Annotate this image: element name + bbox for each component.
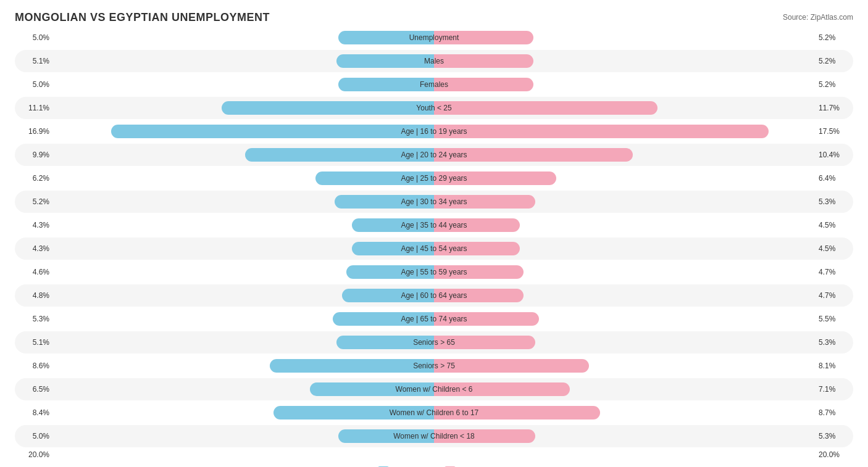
left-value: 4.3% (15, 244, 52, 253)
bar-egyptian (434, 78, 533, 91)
chart-row: 9.9%Age | 20 to 24 years10.4% (15, 144, 853, 166)
bars-center: Age | 30 to 34 years (52, 191, 816, 213)
bars-center: Age | 16 to 19 years (52, 120, 816, 143)
right-value: 5.2% (816, 80, 853, 89)
bar-right-container (434, 406, 600, 419)
bar-left-container (222, 101, 434, 115)
bar-right-container (434, 54, 533, 68)
bar-mongolian (315, 172, 434, 185)
bar-egyptian (434, 101, 657, 115)
right-value: 10.4% (816, 151, 853, 159)
right-value: 5.3% (816, 197, 853, 206)
bar-left-container (270, 359, 434, 373)
right-value: 17.5% (816, 127, 853, 136)
left-value: 11.1% (15, 104, 52, 112)
bar-egyptian (434, 54, 533, 68)
bars-center: Women w/ Children 6 to 17 (52, 402, 816, 424)
bar-mongolian (336, 54, 434, 68)
chart-row: 4.3%Age | 45 to 54 years4.5% (15, 238, 853, 260)
bar-left-container (338, 429, 434, 443)
chart-row: 5.2%Age | 30 to 34 years5.3% (15, 191, 853, 213)
axis-right-value: 20.0% (816, 450, 853, 459)
bar-mongolian (333, 312, 434, 326)
bar-mongolian (338, 429, 434, 443)
bar-mongolian (338, 31, 434, 44)
left-value: 5.0% (15, 80, 52, 89)
bar-mongolian (222, 101, 434, 115)
bar-egyptian (434, 218, 520, 232)
left-value: 5.1% (15, 57, 52, 65)
left-value: 8.4% (15, 408, 52, 417)
bars-center: Seniors > 75 (52, 355, 816, 377)
bars-center: Males (52, 50, 816, 72)
right-value: 4.7% (816, 291, 853, 300)
right-value: 5.3% (816, 432, 853, 440)
bars-center: Unemployment (52, 27, 816, 49)
chart-row: 5.0%Women w/ Children < 185.3% (15, 425, 853, 447)
right-value: 5.5% (816, 315, 853, 323)
bar-left-container (352, 242, 434, 255)
bars-center: Age | 20 to 24 years (52, 144, 816, 166)
bar-left-container (346, 265, 434, 279)
left-value: 6.5% (15, 385, 52, 394)
chart-row: 4.6%Age | 55 to 59 years4.7% (15, 261, 853, 283)
axis-row: 20.0% 20.0% (15, 448, 853, 461)
bar-mongolian (352, 218, 434, 232)
bar-right-container (434, 359, 589, 373)
bar-mongolian (310, 382, 434, 396)
bars-center: Females (52, 73, 816, 96)
bars-center: Women w/ Children < 18 (52, 425, 816, 447)
chart-row: 8.6%Seniors > 758.1% (15, 355, 853, 377)
bar-left-container (315, 172, 434, 185)
bar-egyptian (434, 429, 535, 443)
right-value: 7.1% (816, 385, 853, 394)
bars-center: Women w/ Children < 6 (52, 378, 816, 400)
bars-center: Age | 65 to 74 years (52, 308, 816, 330)
bar-right-container (434, 172, 556, 185)
chart-row: 16.9%Age | 16 to 19 years17.5% (15, 120, 853, 143)
chart-row: 5.0%Females5.2% (15, 73, 853, 96)
bar-egyptian (434, 172, 556, 185)
axis-left-value: 20.0% (15, 450, 52, 459)
bar-egyptian (434, 312, 539, 326)
bar-egyptian (434, 336, 535, 349)
bar-right-container (434, 148, 633, 162)
bar-right-container (434, 31, 533, 44)
right-value: 8.7% (816, 408, 853, 417)
left-value: 16.9% (15, 127, 52, 136)
left-value: 9.9% (15, 151, 52, 159)
bar-right-container (434, 218, 520, 232)
right-value: 4.5% (816, 244, 853, 253)
bar-mongolian (342, 289, 434, 302)
bars-center: Youth < 25 (52, 97, 816, 119)
right-value: 5.2% (816, 57, 853, 65)
bar-mongolian (346, 265, 434, 279)
bar-right-container (434, 336, 535, 349)
bars-center: Seniors > 65 (52, 331, 816, 353)
bar-right-container (434, 382, 570, 396)
bar-mongolian (245, 148, 434, 162)
bar-mongolian (352, 242, 434, 255)
chart-row: 11.1%Youth < 2511.7% (15, 97, 853, 119)
bar-egyptian (434, 406, 600, 419)
bar-egyptian (434, 31, 533, 44)
chart-container: MONGOLIAN VS EGYPTIAN UNEMPLOYMENT Sourc… (0, 0, 868, 467)
bar-left-container (245, 148, 434, 162)
chart-row: 5.0%Unemployment5.2% (15, 27, 853, 49)
bar-right-container (434, 78, 533, 91)
bar-left-container (336, 54, 434, 68)
chart-row: 5.1%Males5.2% (15, 50, 853, 72)
bars-center: Age | 55 to 59 years (52, 261, 816, 283)
chart-row: 8.4%Women w/ Children 6 to 178.7% (15, 402, 853, 424)
chart-row: 4.3%Age | 35 to 44 years4.5% (15, 214, 853, 236)
bars-center: Age | 35 to 44 years (52, 214, 816, 236)
right-value: 5.3% (816, 338, 853, 347)
chart-row: 6.2%Age | 25 to 29 years6.4% (15, 167, 853, 189)
bars-center: Age | 45 to 54 years (52, 238, 816, 260)
bar-left-container (338, 78, 434, 91)
right-value: 5.2% (816, 33, 853, 42)
bar-left-container (333, 312, 434, 326)
chart-row: 4.8%Age | 60 to 64 years4.7% (15, 284, 853, 307)
bar-left-container (338, 31, 434, 44)
bar-right-container (434, 429, 535, 443)
